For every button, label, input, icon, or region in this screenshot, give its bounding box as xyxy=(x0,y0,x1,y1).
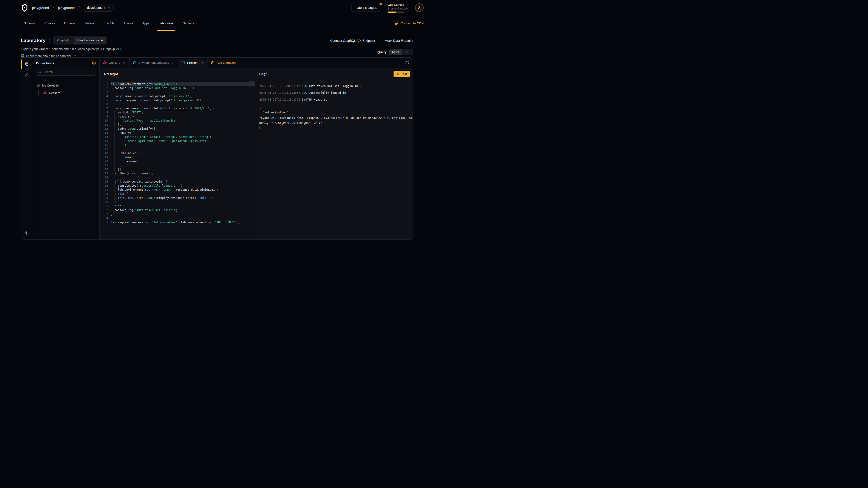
code-line[interactable]: 15adminLogin(email: $email, password: $p… xyxy=(100,139,255,143)
query-mode-api[interactable]: API xyxy=(402,49,413,55)
mode-graphiql[interactable]: GraphiQL xyxy=(54,37,74,43)
close-icon[interactable]: × xyxy=(201,61,204,64)
breadcrumb-org[interactable]: playground xyxy=(32,6,49,10)
code-line[interactable]: 2console.log('Auth token not set, loggin… xyxy=(100,86,255,90)
user-avatar[interactable] xyxy=(415,3,424,12)
line-number: 21 xyxy=(100,163,111,167)
close-icon[interactable]: × xyxy=(172,61,175,64)
page-header: Laboratory GraphiQL Hive Laboratory Expl… xyxy=(0,31,434,58)
connect-graphql-endpoint-button[interactable]: Connect GraphQL API Endpoint xyxy=(326,36,379,45)
code-line[interactable]: 26console.log('Successfully logged in!') xyxy=(100,184,255,188)
target-selector[interactable]: development xyxy=(84,4,114,11)
code-line[interactable]: 27lab.environment.set("AUTH_TOKEN", resp… xyxy=(100,188,255,192)
code-line[interactable]: 16} xyxy=(100,143,255,147)
code-line[interactable]: 3 xyxy=(100,90,255,94)
nav-item-checks[interactable]: Checks xyxy=(44,15,55,31)
mock-data-endpoint-button[interactable]: Mock Data Endpoint xyxy=(385,39,413,42)
top-bar-right: Latest changes Get Started 3 remaining t… xyxy=(351,3,424,13)
code-line[interactable]: 14mutation Login($email: String!, $passw… xyxy=(100,135,255,139)
collection-folder[interactable]: My Collection xyxy=(35,83,97,88)
rail-collections-button[interactable] xyxy=(21,59,32,69)
search-input[interactable] xyxy=(43,70,93,74)
line-number: 15 xyxy=(100,139,111,143)
lab-mode-toggle: GraphiQL Hive Laboratory xyxy=(53,36,107,44)
close-icon[interactable]: × xyxy=(123,61,126,64)
code-line[interactable]: 1if (!lab.environment.get("AUTH_TOKEN"))… xyxy=(100,82,255,86)
log-entry: 2026-01-26T12:12:09.271Z LOG Auth token … xyxy=(259,84,413,88)
code-line[interactable]: 33} xyxy=(100,212,255,216)
code-line[interactable]: 11}, xyxy=(100,123,255,127)
nav-item-insights[interactable]: Insights xyxy=(104,15,115,31)
code-line[interactable]: 24 xyxy=(100,175,255,180)
code-line[interactable]: 8method: "POST", xyxy=(100,110,255,115)
external-link-icon xyxy=(73,55,76,57)
code-line-content: } xyxy=(111,163,255,167)
nav-item-apps[interactable]: Apps xyxy=(142,15,149,31)
breadcrumb-project[interactable]: playground xyxy=(58,6,74,10)
code-line[interactable]: 7const response = await fetch("http://lo… xyxy=(100,106,255,110)
code-line[interactable]: 25if (response.data.adminLogin) { xyxy=(100,180,255,184)
code-line[interactable]: 17`, xyxy=(100,147,255,151)
log-entry: 2026-01-26T12:12:18.333Z SYSTEM Headers: xyxy=(259,98,413,102)
code-line[interactable]: 4const email = await lab.prompt('Enter e… xyxy=(100,94,255,98)
code-line[interactable]: 30} xyxy=(100,200,255,204)
code-line-content: const email = await lab.prompt('Enter em… xyxy=(111,94,255,98)
indent-guide xyxy=(111,147,114,151)
fullscreen-button[interactable] xyxy=(401,58,413,68)
nav-item-explorer[interactable]: Explorer xyxy=(64,15,76,31)
add-collection-button[interactable] xyxy=(92,61,96,65)
connect-to-cdn-link[interactable]: Connect to CDN xyxy=(395,22,424,25)
code-line[interactable]: 28} else { xyxy=(100,192,255,196)
code-line[interactable]: 9headers: { xyxy=(100,115,255,119)
preflight-code-editor[interactable]: 1if (!lab.environment.get("AUTH_TOKEN"))… xyxy=(100,80,255,239)
indent-guide xyxy=(114,139,118,143)
tab-preflight[interactable]: Preflight× xyxy=(178,58,208,68)
rail-settings-button[interactable] xyxy=(21,228,32,238)
operation-tabs: GetHero×Environment Variables×Preflight×… xyxy=(100,58,413,68)
code-line-content: body: JSON.stringify({ xyxy=(111,127,255,131)
tab-environment-variables[interactable]: Environment Variables× xyxy=(129,58,178,68)
code-line[interactable]: 29throw new Error(JSON.stringify(respons… xyxy=(100,196,255,200)
code-line[interactable]: 22}) xyxy=(100,167,255,171)
nav-item-laboratory[interactable]: Laboratory xyxy=(158,15,174,31)
latest-changes-button[interactable]: Latest changes xyxy=(351,4,381,12)
log-message: Successfully logged in! xyxy=(309,91,348,94)
learn-more-link[interactable]: Learn more about the Laboratory xyxy=(21,54,122,58)
line-number: 2 xyxy=(100,86,111,90)
code-line[interactable]: 10'Content-Type': 'application/json' xyxy=(100,119,255,123)
code-line[interactable]: 21} xyxy=(100,163,255,167)
log-json-line: } xyxy=(259,126,413,131)
get-started-widget[interactable]: Get Started 3 remaining tasks xyxy=(388,3,409,13)
code-line[interactable]: 23}).then(r => r.json()); xyxy=(100,171,255,175)
query-mode-mock[interactable]: Mock xyxy=(389,49,402,55)
mode-hive-laboratory[interactable]: Hive Laboratory xyxy=(74,37,106,44)
code-line-content: console.log('Successfully logged in!') xyxy=(111,184,255,188)
code-line[interactable]: 31} else { xyxy=(100,204,255,208)
code-line[interactable]: 19email, xyxy=(100,155,255,159)
tab-gethero[interactable]: GetHero× xyxy=(100,58,129,68)
code-line[interactable]: 13query: ` xyxy=(100,131,255,135)
logs-title: Logs xyxy=(259,72,268,76)
operation-item-gethero[interactable]: GetHero xyxy=(42,90,97,96)
log-json-line: "authorization": xyxy=(259,110,413,115)
code-line[interactable]: 32console.log('Auth token set, skipping'… xyxy=(100,208,255,212)
nav-item-traces[interactable]: Traces xyxy=(124,15,133,31)
collections-sidebar: Collections My CollectionGetHero xyxy=(32,58,100,239)
rail-history-button[interactable] xyxy=(21,69,32,80)
nav-item-history[interactable]: History xyxy=(85,15,95,31)
hive-logo-icon[interactable] xyxy=(21,4,29,12)
code-line[interactable]: 5const password = await lab.prompt('Ente… xyxy=(100,98,255,102)
nav-item-schema[interactable]: Schema xyxy=(24,15,35,31)
code-line[interactable]: 20password xyxy=(100,159,255,163)
code-line[interactable]: 6 xyxy=(100,102,255,106)
fullscreen-icon xyxy=(405,61,409,65)
code-line[interactable]: 35lab.request.headers.set('Authorization… xyxy=(100,220,255,224)
code-line[interactable]: 12body: JSON.stringify({ xyxy=(100,127,255,131)
code-line[interactable]: 18variables: { xyxy=(100,151,255,155)
code-line-content: }).then(r => r.json()); xyxy=(111,171,255,175)
indent-guide xyxy=(114,147,118,151)
code-line[interactable]: 34 xyxy=(100,216,255,220)
nav-item-settings[interactable]: Settings xyxy=(183,15,194,31)
tab-add-operation[interactable]: Add operation xyxy=(208,58,239,68)
title-divider xyxy=(49,37,50,43)
